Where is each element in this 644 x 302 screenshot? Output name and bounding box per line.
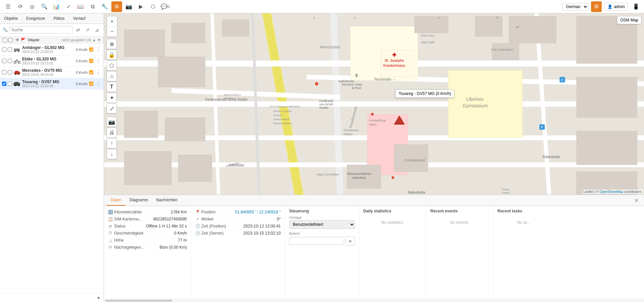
filter-icon[interactable]: ⊿ [93, 26, 101, 34]
chart-icon[interactable]: 📊 [51, 1, 62, 12]
camera-map-btn[interactable]: 📷 [107, 117, 117, 127]
zoom-in-btn[interactable]: + [107, 16, 117, 27]
svg-text:Krankenhaus: Krankenhaus [383, 63, 406, 67]
zoom-controls: + − [107, 16, 117, 37]
befehl-input[interactable] [289, 237, 344, 245]
map-layer-btn[interactable]: OSM Map [617, 16, 641, 24]
pos-icon: 📍 [195, 210, 200, 214]
item-checkbox-4b[interactable] [8, 82, 12, 86]
location-icon[interactable]: ◎ [27, 1, 38, 12]
item-checkbox-3b[interactable] [8, 70, 12, 74]
svg-rect-52 [577, 131, 637, 165]
data-row-speed: ⏱ Geschwindigkeit 0 Km/h [108, 230, 187, 237]
expand-map-btn[interactable]: ⤢ [107, 103, 117, 113]
befehl-send-btn[interactable]: ➤ [345, 236, 355, 246]
map-top-right: OSM Map [617, 16, 641, 24]
item-checkbox-1[interactable] [2, 47, 6, 52]
star-btn[interactable]: ☆ [107, 71, 117, 81]
sidebar: Objekte Ereignisse Plätze Verlauf 🔍 ⇄ ↗ … [0, 13, 104, 302]
text-btn[interactable]: T [107, 82, 117, 92]
share-icon[interactable]: ⇄ [74, 26, 82, 34]
map-view[interactable]: Liborius- Gymnasium Kristallpalast St. J… [104, 13, 644, 195]
shape-icon[interactable]: ⬡ [148, 1, 158, 12]
zeit-server-label: 🕐 Zeit (Server) [195, 231, 241, 236]
item-checkbox-4[interactable] [2, 82, 6, 86]
north-arrow-btn[interactable]: ↑ [107, 138, 117, 148]
search-map-icon[interactable]: 🔍 [39, 1, 50, 12]
position-section: 📍 Position 51.840955 °, 12.240918 ° ↗ Wi… [191, 206, 285, 299]
user-button[interactable]: 👤 admin [604, 3, 628, 11]
svg-rect-12 [14, 82, 18, 84]
item-checkbox-2b[interactable] [8, 59, 12, 63]
video-icon[interactable]: ▶ [136, 1, 146, 12]
compass-btn[interactable]: ⊕ [107, 39, 117, 49]
object-name-1: Anhänger - GL502 MG [22, 45, 74, 50]
map-controls-left: + − ⊕ 🔒 ⬡ ☆ T ✦ ⤢ 📷 🖨 ↑ ↓ [107, 16, 117, 159]
vorlage-select[interactable]: Benutzerdefiniert [289, 220, 355, 229]
language-selector[interactable]: German [562, 3, 588, 10]
svg-text:St. Peter: St. Peter [351, 83, 362, 86]
select-all-visible-checkbox[interactable] [3, 38, 7, 42]
menu-icon[interactable]: ☰ [3, 1, 13, 12]
collapse-icon[interactable]: ▲ [92, 38, 96, 42]
bottom-content: 🔢 Kilometerzähler 1784 Km 📋 SIM-Kartennu… [104, 206, 644, 299]
username-label: admin [614, 4, 625, 9]
south-arrow-btn[interactable]: ↓ [107, 149, 117, 159]
object-menu-btn-4[interactable]: ⋮ [95, 81, 102, 87]
asterisk-btn[interactable]: ✦ [107, 93, 117, 103]
settings-active-icon[interactable]: ⚙ [111, 1, 122, 12]
scroll-down-btn[interactable]: ▼ [95, 295, 102, 301]
geofence-btn[interactable]: ⬡ [107, 60, 117, 70]
check-icon[interactable]: ✓ [63, 1, 74, 12]
tab-verlauf[interactable]: Verlauf [69, 13, 90, 23]
osm-link[interactable]: OpenStreetMap [599, 190, 623, 194]
object-menu-btn-1[interactable]: ⋮ [95, 46, 102, 53]
layers-icon[interactable]: ⧉ [87, 1, 98, 12]
object-menu-btn-3[interactable]: ⋮ [95, 69, 102, 76]
chat-count: 0 [167, 5, 169, 9]
list-item[interactable]: Anhänger - GL502 MG 2023-10-12 13:00:41 … [0, 44, 104, 55]
mobile-icon[interactable]: 📱 [631, 1, 641, 12]
expand-icon[interactable]: ▼ [97, 38, 101, 42]
pos-value[interactable]: 51.840955 °, 12.240918 ° [235, 210, 281, 214]
tab-diagramm[interactable]: Diagramm [125, 195, 152, 206]
history-icon[interactable]: ⟳ [15, 1, 25, 12]
svg-point-13 [14, 85, 16, 86]
eye-icon[interactable]: 👁 [15, 38, 19, 42]
active-settings-btn[interactable]: ⚙ [591, 1, 602, 12]
list-item[interactable]: Ebike - GL320 MG 2023-10-15 15:15:52 0 K… [0, 55, 104, 67]
object-menu-btn-2[interactable]: ⋮ [95, 58, 102, 64]
horizontal-scrollbar[interactable] [104, 299, 644, 302]
search-input[interactable] [9, 26, 73, 34]
book-icon[interactable]: 📖 [75, 1, 86, 12]
object-info-1: Anhänger - GL502 MG 2023-10-12 13:00:41 [22, 45, 74, 54]
tab-ereignisse[interactable]: Ereignisse [22, 13, 49, 23]
list-item[interactable]: Mercedes - GV75 MG 2023-10-01 18:54:10 0… [0, 67, 104, 78]
list-item[interactable]: Touareg - GV57 MG 2023-10-12 22:02:49 0 … [0, 78, 104, 90]
item-checkbox-3[interactable] [2, 70, 6, 74]
bottom-close-btn[interactable]: ✕ [632, 196, 641, 205]
item-checkbox-2[interactable] [2, 59, 6, 63]
tools-icon[interactable]: 🔧 [99, 1, 110, 12]
tab-objekte[interactable]: Objekte [0, 13, 22, 23]
list-header-label: Objekt [28, 38, 62, 42]
angle-value: 0° [277, 217, 281, 221]
data-row-km: 🔢 Kilometerzähler 1784 Km [108, 209, 187, 216]
chat-icon[interactable]: 💬 0 [160, 1, 170, 12]
item-checkbox-1b[interactable] [8, 47, 12, 52]
next-label: ⟳ Nächstgelegen... [108, 245, 158, 250]
tab-plaetze[interactable]: Plätze [49, 13, 69, 23]
svg-text:Wissenschaftliche: Wissenschaftliche [347, 172, 371, 175]
select-all-checkbox[interactable] [8, 38, 13, 42]
tab-daten[interactable]: Daten [107, 195, 125, 206]
camera-icon[interactable]: 📷 [123, 1, 134, 12]
tab-nachrichten[interactable]: Nachrichten [152, 195, 181, 206]
lock-north-btn[interactable]: 🔒 [107, 50, 117, 60]
events-title: Recent events [430, 209, 489, 213]
main-content: Objekte Ereignisse Plätze Verlauf 🔍 ⇄ ↗ … [0, 13, 644, 302]
scrollbar-thumb[interactable] [105, 300, 172, 302]
flag-icon[interactable]: 🚩 [21, 38, 26, 42]
export-icon[interactable]: ↗ [84, 26, 92, 34]
print-btn[interactable]: 🖨 [107, 128, 117, 138]
zoom-out-btn[interactable]: − [107, 27, 117, 37]
